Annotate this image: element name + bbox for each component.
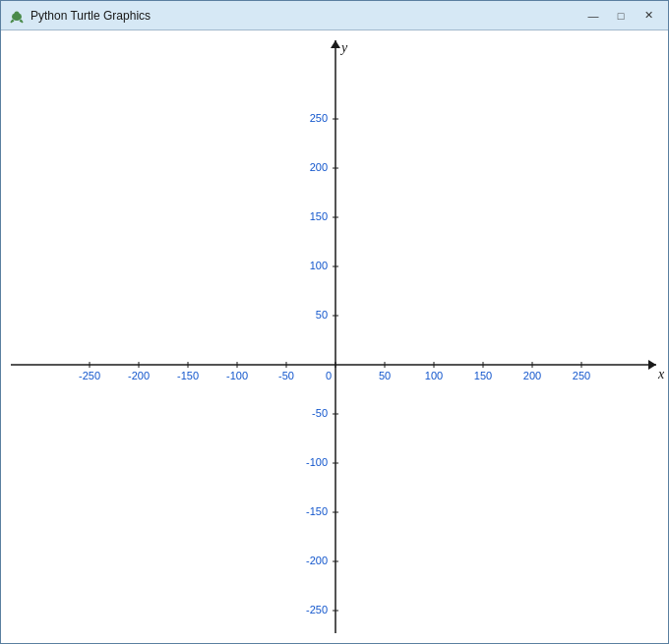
app-icon — [9, 8, 25, 24]
close-button[interactable]: ✕ — [637, 7, 660, 25]
window-controls: — □ ✕ — [581, 7, 660, 25]
canvas-area — [1, 30, 668, 643]
svg-line-5 — [20, 21, 22, 22]
graph-canvas — [1, 30, 668, 643]
svg-line-4 — [12, 21, 14, 22]
app-window: Python Turtle Graphics — □ ✕ — [0, 0, 669, 644]
minimize-button[interactable]: — — [581, 7, 605, 25]
svg-point-1 — [15, 11, 20, 16]
titlebar: Python Turtle Graphics — □ ✕ — [1, 1, 668, 30]
maximize-button[interactable]: □ — [609, 7, 633, 25]
window-title: Python Turtle Graphics — [30, 9, 581, 23]
